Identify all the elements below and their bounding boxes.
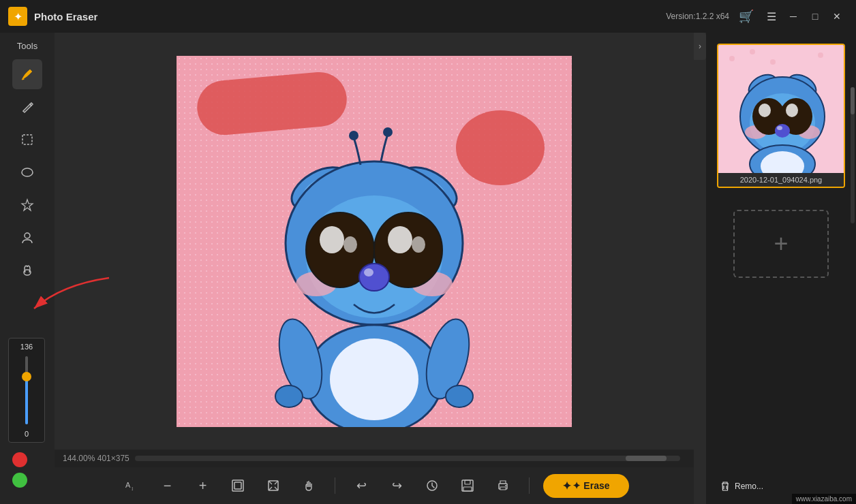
cart-icon[interactable]: 🛒: [739, 9, 754, 24]
stitch-character: [251, 93, 497, 427]
svg-text:↕: ↕: [131, 486, 134, 492]
remove-label: Remo...: [735, 482, 763, 491]
svg-point-42: [505, 485, 506, 486]
svg-text:A: A: [125, 481, 131, 489]
svg-rect-38: [465, 480, 470, 484]
svg-point-26: [330, 338, 418, 420]
svg-point-23: [349, 131, 358, 140]
left-toolbar: Tools: [0, 33, 55, 504]
actual-size-button[interactable]: [261, 473, 286, 498]
svg-point-19: [388, 226, 412, 253]
panel-toggle[interactable]: ›: [694, 33, 706, 60]
plus-icon: +: [774, 230, 788, 258]
tools-label: Tools: [17, 41, 37, 51]
svg-point-20: [412, 236, 425, 253]
svg-rect-41: [500, 487, 506, 490]
chevron-right-icon: ›: [699, 42, 701, 51]
right-panel-scrollbar[interactable]: [851, 87, 855, 223]
undo-button[interactable]: ↩: [349, 473, 373, 498]
svg-point-21: [359, 264, 389, 291]
hand-tool-button[interactable]: [296, 473, 321, 498]
fit-window-button[interactable]: [226, 473, 250, 498]
slider-track[interactable]: [25, 356, 28, 424]
remove-button[interactable]: Remo...: [712, 477, 771, 496]
menu-button[interactable]: ☰: [761, 5, 782, 27]
titlebar: ✦ Photo Eraser Version:1.2.2 x64 🛒 ☰ ─ □…: [0, 0, 856, 33]
svg-point-3: [22, 168, 33, 176]
lasso-tool[interactable]: [12, 157, 42, 187]
slider-min-value: 0: [25, 430, 29, 438]
pencil-tool[interactable]: [12, 92, 42, 122]
svg-point-30: [446, 385, 473, 407]
svg-point-44: [729, 56, 735, 61]
separator-2: [529, 477, 530, 494]
thumbnail-card[interactable]: 1/1: [717, 44, 845, 188]
close-button[interactable]: ✕: [826, 5, 848, 27]
trash-icon: [720, 481, 731, 492]
history-button[interactable]: [420, 473, 444, 498]
brush-size-slider[interactable]: 136 0: [8, 338, 45, 443]
main-layout: Tools: [0, 33, 856, 504]
thumbnail-label: 2020-12-01_094024.png: [718, 173, 844, 187]
add-image-button[interactable]: +: [733, 210, 829, 278]
thumbnail-image: 1/1: [718, 45, 845, 173]
zoom-in-button[interactable]: +: [190, 473, 215, 498]
svg-point-56: [759, 104, 771, 117]
image-display: [177, 56, 572, 427]
green-color-circle[interactable]: [12, 473, 27, 488]
zoom-out-button[interactable]: −: [155, 473, 179, 498]
version-info: Version:1.2.2 x64: [666, 12, 729, 21]
zoom-info: 144.00% 401×375: [63, 454, 129, 463]
watermark: www.xiazaiba.com: [792, 494, 856, 504]
rect-select-tool[interactable]: [12, 125, 42, 155]
red-color-circle[interactable]: [12, 452, 27, 467]
brush-tool[interactable]: [12, 59, 42, 89]
svg-point-17: [343, 236, 357, 253]
svg-point-4: [25, 233, 30, 238]
svg-point-58: [775, 124, 790, 138]
erase-icon: ✦: [562, 479, 571, 492]
redo-button[interactable]: ↪: [384, 473, 409, 498]
svg-text:✦: ✦: [14, 11, 22, 22]
svg-point-24: [383, 127, 393, 137]
app-logo: ✦: [8, 7, 27, 26]
right-panel: 1/1: [706, 33, 856, 504]
slider-max-value: 136: [20, 343, 33, 351]
svg-rect-2: [22, 135, 32, 144]
svg-point-59: [777, 126, 782, 130]
svg-point-16: [320, 226, 344, 253]
color-palette: [12, 452, 27, 488]
minimize-button[interactable]: ─: [782, 5, 804, 27]
main-canvas[interactable]: [177, 56, 572, 427]
portrait-tool[interactable]: [12, 223, 42, 253]
maximize-button[interactable]: □: [804, 5, 826, 27]
print-button[interactable]: [491, 473, 515, 498]
erase-button[interactable]: ✦ ✦ Erase: [543, 474, 628, 498]
canvas-container[interactable]: [55, 33, 694, 450]
magic-select-tool[interactable]: [12, 190, 42, 220]
svg-rect-39: [463, 487, 472, 491]
right-scrollbar-thumb[interactable]: [851, 87, 855, 114]
scrollbar-thumb[interactable]: [626, 456, 667, 461]
canvas-area: 144.00% 401×375 A ↕ − +: [55, 33, 694, 504]
svg-point-45: [750, 49, 755, 54]
svg-point-47: [818, 52, 823, 58]
svg-point-57: [786, 104, 798, 117]
font-size-button[interactable]: A ↕: [119, 473, 144, 498]
svg-point-22: [364, 268, 373, 277]
save-button[interactable]: [455, 473, 480, 498]
separator: [335, 477, 335, 494]
app-title: Photo Eraser: [34, 11, 97, 22]
svg-point-29: [275, 385, 303, 407]
slider-fill: [25, 377, 28, 424]
slider-thumb[interactable]: [22, 372, 31, 381]
horizontal-scrollbar[interactable]: [135, 456, 680, 461]
status-bar: 144.00% 401×375: [55, 450, 694, 467]
bottom-toolbar: A ↕ − +: [55, 467, 694, 504]
object-tool[interactable]: [12, 255, 42, 285]
erase-label: ✦ Erase: [572, 480, 609, 491]
svg-rect-34: [234, 482, 241, 489]
svg-point-46: [770, 59, 776, 65]
